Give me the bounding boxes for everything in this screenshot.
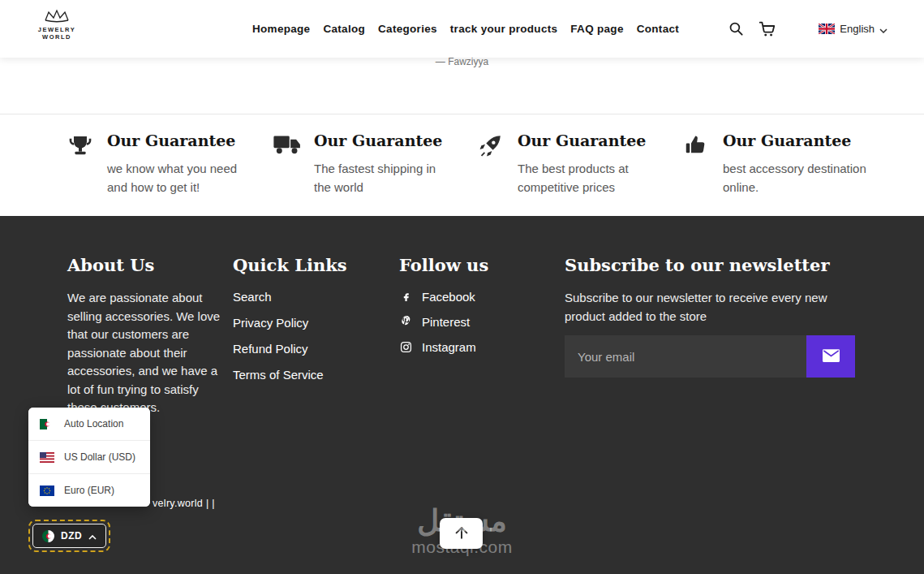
currency-button-focus-ring: DZD bbox=[28, 520, 110, 552]
rocket-icon bbox=[478, 132, 505, 216]
trophy-icon bbox=[67, 132, 95, 216]
uk-flag-icon bbox=[819, 24, 835, 34]
footer-about: About Us We are passionate about selling… bbox=[67, 255, 221, 417]
logo[interactable]: JEWELRY WORLD bbox=[24, 8, 89, 41]
guarantees-section: Our Guarantee we know what you need and … bbox=[0, 114, 924, 216]
guarantee-text: The best products at competitive prices bbox=[518, 159, 660, 196]
chevron-down-icon bbox=[879, 22, 887, 37]
guarantee-item: Our Guarantee best accessory destination… bbox=[683, 114, 888, 216]
arrow-up-icon bbox=[453, 525, 470, 542]
crown-icon bbox=[24, 8, 89, 24]
search-icon[interactable] bbox=[728, 21, 744, 37]
guarantee-text: best accessory destination online. bbox=[723, 159, 885, 196]
nav-contact[interactable]: Contact bbox=[637, 23, 679, 35]
algeria-flag-icon bbox=[40, 419, 54, 429]
pinterest-icon bbox=[399, 315, 412, 329]
link-privacy-policy[interactable]: Privacy Policy bbox=[233, 316, 308, 330]
link-search[interactable]: Search bbox=[233, 290, 272, 304]
instagram-label: Instagram bbox=[422, 340, 476, 354]
guarantee-item: Our Guarantee The fastest shipping in th… bbox=[273, 114, 478, 216]
follow-title: Follow us bbox=[399, 255, 537, 275]
newsletter-text: Subscribe to our newsletter to receive e… bbox=[565, 288, 840, 326]
currency-option-auto[interactable]: Auto Location bbox=[28, 408, 150, 441]
link-pinterest[interactable]: Pinterest bbox=[399, 315, 537, 329]
link-instagram[interactable]: Instagram bbox=[399, 340, 537, 354]
currency-dropdown: Auto Location US Dollar (USD) bbox=[28, 408, 150, 507]
nav-track-products[interactable]: track your products bbox=[450, 23, 557, 35]
language-selector[interactable]: English bbox=[819, 22, 887, 37]
guarantee-text: The fastest shipping in the world bbox=[314, 159, 456, 196]
currency-selector-button[interactable]: DZD bbox=[32, 524, 106, 548]
currency-option-eur[interactable]: Euro (EUR) bbox=[28, 474, 150, 507]
facebook-icon bbox=[399, 291, 412, 303]
envelope-icon bbox=[823, 349, 840, 365]
guarantee-title: Our Guarantee bbox=[314, 132, 456, 149]
about-text: We are passionate about selling accessor… bbox=[67, 289, 221, 417]
pinterest-label: Pinterest bbox=[422, 315, 470, 329]
nav-faq[interactable]: FAQ page bbox=[570, 23, 623, 35]
header: JEWELRY WORLD Homepage Catalog Categorie… bbox=[0, 0, 924, 58]
scroll-to-top-button[interactable] bbox=[440, 518, 483, 549]
quick-links-title: Quick Links bbox=[233, 255, 371, 275]
nav-homepage[interactable]: Homepage bbox=[252, 23, 310, 35]
email-input[interactable] bbox=[565, 335, 806, 378]
guarantee-item: Our Guarantee we know what you need and … bbox=[67, 114, 273, 216]
testimonial-author: — Fawziyya bbox=[0, 56, 924, 67]
eu-flag-icon bbox=[40, 486, 54, 496]
cart-icon[interactable] bbox=[759, 20, 776, 37]
facebook-label: Facebook bbox=[422, 290, 475, 304]
language-label: English bbox=[840, 23, 875, 35]
guarantee-text: we know what you need and how to get it! bbox=[107, 159, 249, 196]
link-facebook[interactable]: Facebook bbox=[399, 290, 537, 304]
instagram-icon bbox=[399, 341, 412, 353]
newsletter-form bbox=[565, 335, 855, 378]
thumbs-up-icon bbox=[683, 132, 711, 216]
us-flag-icon bbox=[40, 452, 54, 463]
newsletter-submit-button[interactable] bbox=[806, 335, 855, 378]
nav-catalog[interactable]: Catalog bbox=[323, 23, 365, 35]
link-refund-policy[interactable]: Refund Policy bbox=[233, 342, 308, 356]
truck-icon bbox=[273, 132, 302, 216]
currency-option-label: Auto Location bbox=[64, 418, 123, 429]
nav-categories[interactable]: Categories bbox=[378, 23, 437, 35]
currency-option-label: US Dollar (USD) bbox=[64, 451, 135, 463]
footer-follow: Follow us Facebook Pinterest bbox=[399, 255, 537, 365]
about-title: About Us bbox=[67, 255, 221, 275]
footer-newsletter: Subscribe to our newsletter Subscribe to… bbox=[565, 255, 858, 378]
guarantee-item: Our Guarantee The best products at compe… bbox=[478, 114, 683, 216]
footer-quick-links: Quick Links Search Privacy Policy Refund… bbox=[233, 255, 371, 394]
logo-text: JEWELRY WORLD bbox=[24, 26, 89, 41]
algeria-flag-round-icon bbox=[42, 530, 54, 542]
copyright-text: velry.world | | bbox=[153, 498, 215, 509]
newsletter-title: Subscribe to our newsletter bbox=[565, 255, 858, 275]
chevron-up-icon bbox=[88, 529, 97, 543]
guarantee-title: Our Guarantee bbox=[107, 132, 249, 149]
currency-option-usd[interactable]: US Dollar (USD) bbox=[28, 441, 150, 474]
main-nav: Homepage Catalog Categories track your p… bbox=[252, 0, 679, 58]
guarantee-title: Our Guarantee bbox=[518, 132, 660, 149]
guarantee-title: Our Guarantee bbox=[723, 132, 885, 149]
link-terms-of-service[interactable]: Terms of Service bbox=[233, 368, 324, 382]
selected-currency-label: DZD bbox=[61, 530, 82, 542]
currency-option-label: Euro (EUR) bbox=[64, 485, 114, 496]
